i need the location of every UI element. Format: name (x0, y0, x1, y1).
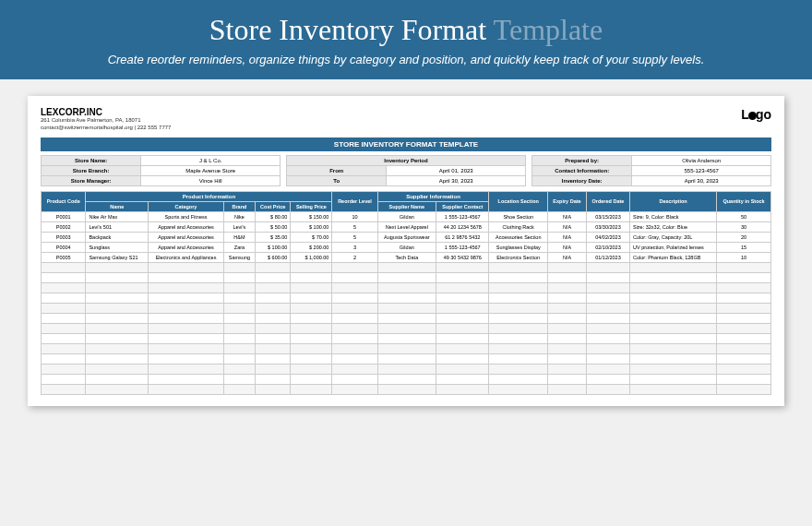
page-banner: Store Inventory Format Template Create r… (0, 0, 812, 79)
company-name: LEXCORP.INC (41, 107, 171, 117)
spreadsheet: LEXCORP.INC 261 Columbia Ave Palmerton, … (28, 96, 784, 406)
canvas: LEXCORP.INC 261 Columbia Ave Palmerton, … (0, 79, 812, 423)
table-row (42, 313, 771, 323)
sheet-title: STORE INVENTORY FORMAT TEMPLATE (41, 137, 771, 151)
table-row (42, 282, 771, 293)
prepared-info: Prepared by:Olivia Anderson Contact Info… (531, 155, 771, 185)
table-row (42, 272, 771, 282)
table-row: P0005Samsung Galaxy S21Electronics and A… (42, 252, 771, 262)
table-row (42, 364, 771, 374)
table-row (42, 384, 771, 394)
banner-subtitle: Create reorder reminders, organize thing… (18, 53, 794, 66)
table-row (42, 353, 771, 364)
info-section: Store Name:J & L Co. Store Branch:Maple … (41, 155, 771, 185)
logo: Lgo (741, 107, 771, 122)
table-row: P0002Levi's 501Apparel and AccessoriesLe… (42, 221, 771, 232)
table-row (42, 303, 771, 313)
company-block: LEXCORP.INC 261 Columbia Ave Palmerton, … (41, 107, 171, 132)
table-row: P0001Nike Air MaxSports and FitnessNike$… (42, 211, 771, 221)
store-info: Store Name:J & L Co. Store Branch:Maple … (41, 155, 281, 185)
table-row: P0003BackpackApparel and AccessoriesH&M$… (42, 232, 771, 242)
table-row (42, 333, 771, 343)
company-contact: contact@switzermemorialhospital.org | 22… (41, 125, 171, 132)
table-row (42, 293, 771, 303)
period-info: Inventory Period FromApril 01, 2023 ToAp… (286, 155, 526, 185)
table-row (42, 374, 771, 384)
table-row (42, 262, 771, 272)
company-address: 261 Columbia Ave Palmerton, PA, 18071 (41, 117, 171, 125)
inventory-table: Product Code Product Information Reorder… (41, 191, 771, 395)
table-row: P0004SunglassApparel and AccessoriesZara… (42, 242, 771, 252)
table-row (42, 323, 771, 333)
table-row (42, 343, 771, 353)
banner-title: Store Inventory Format Template (18, 13, 794, 47)
